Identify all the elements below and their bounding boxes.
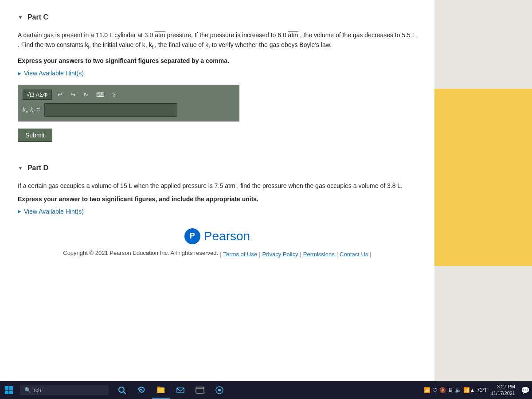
taskbar-app-photo[interactable] — [211, 382, 228, 399]
submit-button[interactable]: Submit — [18, 129, 52, 142]
pearson-logo: P Pearson — [18, 228, 417, 244]
notification-button[interactable]: 💬 — [519, 381, 532, 399]
network-icon: 📶 — [424, 387, 430, 393]
sticky-note — [434, 89, 532, 266]
notification-icon: 🔕 — [439, 387, 446, 393]
part-c-sig-figs: Express your answers to two significant … — [18, 57, 417, 64]
clock-time: 3:27 PM — [491, 383, 515, 390]
part-c-problem-text: A certain gas is present in a 11.0 L cyl… — [18, 30, 417, 51]
svg-rect-0 — [5, 386, 8, 390]
wifi-icon: 📶 — [463, 387, 470, 393]
answer-label: ki, kf = — [23, 106, 40, 114]
svg-rect-1 — [9, 386, 13, 390]
footer-sep-4: | — [336, 251, 338, 258]
keyboard-icon[interactable]: ⌨ — [94, 90, 107, 99]
taskbar-app-edge[interactable] — [133, 382, 150, 399]
contact-us-link[interactable]: Contact Us — [340, 251, 368, 258]
svg-rect-2 — [5, 391, 8, 394]
taskbar-app-search[interactable] — [113, 382, 131, 399]
taskbar: 🔍 rch 📶 🛡 🔕 🖥 🔈 📶 ▲ 73°F — [0, 381, 532, 399]
footer-sep-5: | — [370, 251, 371, 258]
help-icon[interactable]: ? — [110, 90, 118, 99]
refresh-icon[interactable]: ↻ — [81, 90, 90, 99]
math-symbols-button[interactable]: √Ω AΣΦ — [23, 90, 52, 100]
display-icon: 🖥 — [448, 387, 453, 393]
part-c-header: ▼ Part C — [18, 13, 417, 21]
part-d-problem-text: If a certain gas occupies a volume of 15… — [18, 181, 417, 191]
pearson-footer: P Pearson Copyright © 2021 Pearson Educa… — [18, 228, 417, 259]
footer-sep-1: | — [220, 251, 221, 258]
permissions-link[interactable]: Permissions — [303, 251, 335, 258]
answer-row: ki, kf = — [23, 103, 235, 117]
up-arrow-icon: ▲ — [470, 387, 475, 393]
part-d-collapse-arrow[interactable]: ▼ — [18, 165, 23, 171]
footer-sep-2: | — [259, 251, 260, 258]
sys-tray: 📶 🛡 🔕 🖥 🔈 📶 — [424, 387, 470, 393]
answer-input[interactable] — [44, 103, 177, 117]
search-label: rch — [34, 387, 41, 393]
part-c-label: Part C — [27, 13, 48, 21]
svg-rect-7 — [157, 387, 160, 388]
svg-rect-9 — [196, 387, 204, 393]
page-content: ▼ Part C A certain gas is present in a 1… — [0, 0, 434, 381]
taskbar-app-file-explorer[interactable] — [152, 382, 170, 399]
terms-of-use-link[interactable]: Terms of Use — [223, 251, 258, 258]
part-d-sig-figs: Express your answer to two significant f… — [18, 196, 417, 203]
clock-date: 11/17/2021 — [491, 390, 515, 397]
svg-rect-3 — [9, 391, 13, 394]
taskbar-search[interactable]: 🔍 rch — [20, 385, 109, 395]
svg-point-12 — [218, 389, 221, 391]
pearson-brand: Pearson — [204, 229, 250, 243]
start-button[interactable] — [0, 381, 18, 399]
redo-icon[interactable]: ↪ — [68, 90, 78, 99]
taskbar-app-mail[interactable] — [172, 382, 189, 399]
taskbar-apps — [113, 382, 424, 399]
temperature-display: 73°F — [477, 387, 488, 393]
taskbar-time[interactable]: 3:27 PM 11/17/2021 — [491, 383, 515, 397]
footer-sep-3: | — [300, 251, 301, 258]
part-d-header: ▼ Part D — [18, 164, 417, 172]
part-d-view-hint[interactable]: View Available Hint(s) — [18, 208, 417, 215]
part-c-view-hint[interactable]: View Available Hint(s) — [18, 70, 417, 77]
svg-point-4 — [119, 387, 124, 392]
undo-icon[interactable]: ↩ — [55, 90, 65, 99]
svg-line-5 — [124, 392, 126, 394]
math-toolbar: √Ω AΣΦ ↩ ↪ ↻ ⌨ ? — [23, 90, 235, 100]
pearson-circle-icon: P — [184, 228, 200, 244]
copyright-text: Copyright © 2021 Pearson Education Inc. … — [63, 250, 218, 256]
shield-icon: 🛡 — [432, 387, 438, 393]
part-d-label: Part D — [27, 164, 48, 172]
volume-icon: 🔈 — [455, 387, 462, 393]
search-icon: 🔍 — [24, 387, 31, 393]
math-input-container: √Ω AΣΦ ↩ ↪ ↻ ⌨ ? ki, kf = — [18, 85, 239, 121]
part-c-collapse-arrow[interactable]: ▼ — [18, 14, 23, 20]
privacy-policy-link[interactable]: Privacy Policy — [262, 251, 298, 258]
taskbar-app-browser[interactable] — [191, 382, 209, 399]
footer-links: Copyright © 2021 Pearson Education Inc. … — [18, 250, 417, 259]
part-d-section: ▼ Part D If a certain gas occupies a vol… — [18, 164, 417, 215]
